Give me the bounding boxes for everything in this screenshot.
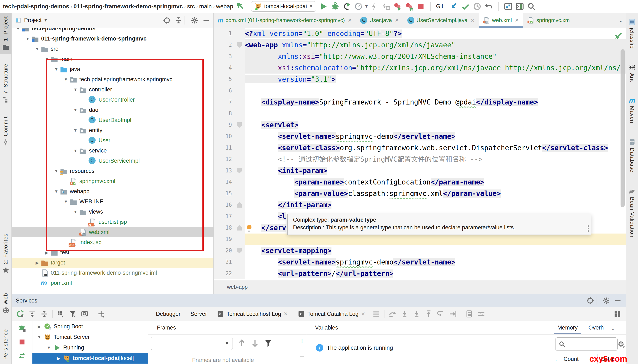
services-tab-debugger[interactable]: Debugger <box>151 307 186 321</box>
tool-strip-item-ant[interactable]: Ant <box>626 60 638 85</box>
collapse-all-button[interactable] <box>40 310 48 318</box>
filter-button[interactable] <box>68 310 77 318</box>
memory-search-field[interactable] <box>555 338 618 351</box>
preview-button[interactable] <box>81 310 89 318</box>
debug-button[interactable] <box>331 2 340 11</box>
intention-bulb-icon[interactable] <box>245 224 253 232</box>
drop-frame-button[interactable] <box>436 310 445 318</box>
service-item-tomcat-local-pdai[interactable]: ▶tomcat-local-pdai [local] <box>32 353 148 364</box>
editor-tab-userserviceimpl-java[interactable]: CUserServiceImpl.java✕ <box>403 13 479 28</box>
close-icon[interactable]: ✕ <box>361 311 365 317</box>
close-icon[interactable]: ✕ <box>515 18 519 23</box>
fold-marker-icon[interactable] <box>237 202 242 208</box>
settings-button[interactable] <box>602 297 610 304</box>
chevron-right-icon[interactable]: ▶ <box>55 356 62 361</box>
tree-item-web-xml[interactable]: web.xml <box>12 227 214 237</box>
tree-item-index-jsp[interactable]: JSPindex.jsp <box>12 237 214 248</box>
threads-view-button[interactable] <box>372 310 380 318</box>
step-over-button[interactable] <box>388 310 397 318</box>
chevron-down-icon[interactable]: ▼ <box>53 169 60 174</box>
breadcrumb-item[interactable]: src <box>187 3 195 10</box>
tree-item-target[interactable]: ▶target <box>12 258 214 268</box>
editor-tab-web-xml[interactable]: web.xml✕ <box>479 13 523 28</box>
editor-breadcrumb[interactable]: web-app <box>214 280 626 294</box>
add-icon[interactable]: + <box>300 338 304 344</box>
force-run-table-button[interactable] <box>381 2 390 11</box>
memory-tab-memory[interactable]: Memory <box>552 321 583 334</box>
profiler-button[interactable] <box>354 2 363 11</box>
chevron-down-icon[interactable]: ▼ <box>45 345 52 350</box>
tool-strip-item-web[interactable]: Web <box>0 290 12 318</box>
chevron-down-icon[interactable]: ▼ <box>24 36 31 41</box>
tree-item-springmvc-xml[interactable]: springmvc.xml <box>12 176 214 186</box>
chevron-down-icon[interactable]: ▼ <box>34 46 41 51</box>
restore-layout-button[interactable] <box>613 310 622 318</box>
chevron-down-icon[interactable]: ⌄ <box>610 324 616 332</box>
tool-strip-item--project[interactable]: 1: Project <box>0 13 12 54</box>
run-to-cursor-button[interactable] <box>449 310 457 318</box>
tool-strip-item-bean-validation[interactable]: Bean Validation <box>626 184 638 241</box>
fold-marker-icon[interactable] <box>237 42 242 48</box>
services-tab-server[interactable]: Server <box>186 307 212 321</box>
group-by-button[interactable] <box>56 310 65 318</box>
tool-strip-item--favorites[interactable]: 2: Favorites <box>0 230 12 277</box>
service-item-spring-boot[interactable]: ▶Spring Boot <box>32 321 148 332</box>
memory-column-dot[interactable]: . <box>552 354 560 364</box>
hide-button[interactable] <box>614 297 622 304</box>
tree-item-web-inf[interactable]: ▼WEB-INF <box>12 196 214 207</box>
close-icon[interactable]: ✕ <box>470 18 474 23</box>
editor-area[interactable]: mpom.xml (011-spring-framework-demo-spri… <box>214 13 626 294</box>
chevron-right-icon[interactable]: ▶ <box>36 324 43 329</box>
fold-marker-icon[interactable] <box>237 248 242 254</box>
chevron-down-icon[interactable]: ▼ <box>364 4 368 9</box>
tree-item-dao[interactable]: ▼dao <box>12 105 214 115</box>
chevron-down-icon[interactable]: ▼ <box>36 335 43 340</box>
project-structure-button[interactable] <box>504 2 513 11</box>
tree-item-user[interactable]: CUser <box>12 136 214 146</box>
memory-settings-icon[interactable] <box>617 340 625 348</box>
editor-tab-springmvc-xm[interactable]: springmvc.xm <box>523 13 574 28</box>
fold-marker-icon[interactable] <box>237 122 242 128</box>
chevron-down-icon[interactable]: ▼ <box>72 108 79 112</box>
chevron-down-icon[interactable]: ▼ <box>72 148 79 153</box>
tree-item-userserviceimpl[interactable]: CUserServiceImpl <box>12 156 214 166</box>
chevron-down-icon[interactable]: ▼ <box>72 210 79 214</box>
chevron-down-icon[interactable]: ▼ <box>14 28 22 31</box>
add-service-button[interactable] <box>97 310 105 318</box>
run-configuration-select[interactable]: tomcat-local-pdai ▼ <box>251 1 316 12</box>
profile-attach-grid-button[interactable] <box>404 2 414 11</box>
tool-strip-item-maven[interactable]: mMaven <box>626 94 638 126</box>
settings-button[interactable] <box>190 16 198 24</box>
tree-item-controller[interactable]: ▼controller <box>12 84 214 95</box>
tool-strip-item-database[interactable]: Database <box>626 135 638 176</box>
tree-item-src[interactable]: ▼src <box>12 44 214 54</box>
collapse-all-button[interactable] <box>174 16 182 24</box>
git-history-button[interactable] <box>472 2 482 11</box>
git-update-button[interactable] <box>449 2 458 11</box>
git-rollback-button[interactable] <box>484 2 493 11</box>
stop-process-button[interactable] <box>18 338 26 346</box>
tree-item-test[interactable]: ▶test <box>12 248 214 258</box>
tree-item-resources[interactable]: ▼resources <box>12 166 214 176</box>
tree-item-userdaoimpl[interactable]: CUserDaoImpl <box>12 115 214 125</box>
evaluate-button[interactable] <box>465 310 474 318</box>
code-editor[interactable]: 1<?xml version="1.0" encoding="UTF-8"?>2… <box>214 28 626 279</box>
fold-marker-icon[interactable] <box>237 168 242 174</box>
run-coverage-button[interactable] <box>342 2 352 11</box>
breadcrumb-item[interactable]: 011-spring-framework-demo-springmvc <box>74 3 183 10</box>
service-item-tomcat-server[interactable]: ▼Tomcat Server <box>32 332 148 342</box>
fold-marker-icon[interactable] <box>237 225 242 230</box>
tree-item-service[interactable]: ▼service <box>12 146 214 156</box>
breadcrumb-item[interactable]: main <box>199 3 212 10</box>
nav-back-icon[interactable] <box>236 2 245 11</box>
services-tab-tomcat-localhost-log[interactable]: Tomcat Localhost Log✕ <box>212 307 293 321</box>
memory-tab-overh[interactable]: Overh <box>583 321 609 334</box>
expand-all-button[interactable] <box>28 310 36 318</box>
tool-strip-item--structure[interactable]: 7: Structure <box>0 60 12 107</box>
chevron-down-icon[interactable]: ▼ <box>53 189 60 194</box>
chevron-down-icon[interactable]: ▼ <box>43 57 50 62</box>
tool-strip-item-commit[interactable]: Commit <box>0 113 12 149</box>
locate-button[interactable] <box>586 297 594 304</box>
frame-up-icon[interactable] <box>237 339 246 348</box>
tree-item-main[interactable]: ▼main <box>12 54 214 64</box>
